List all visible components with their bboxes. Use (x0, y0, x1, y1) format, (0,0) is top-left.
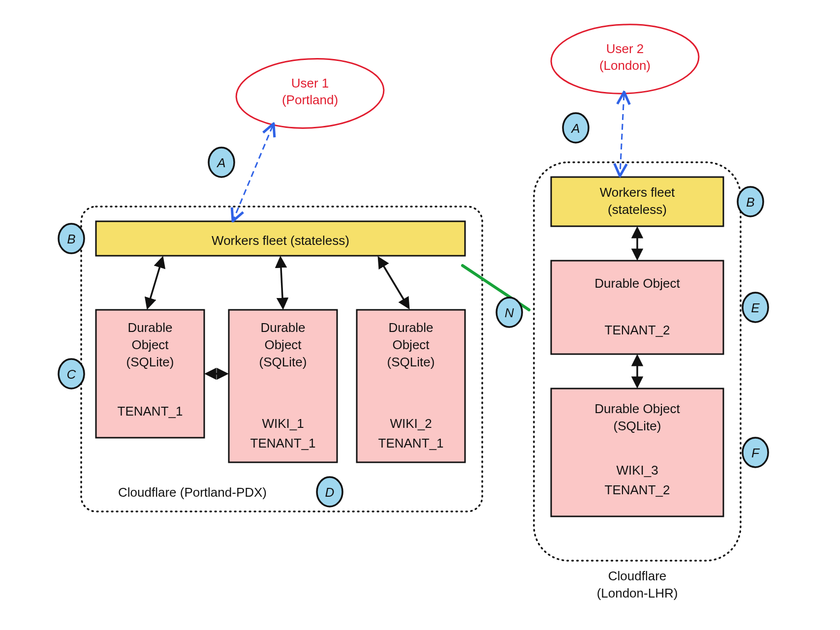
dolhr1-l2: TENANT_2 (605, 323, 670, 337)
svg-text:F: F (751, 446, 760, 460)
workers-fleet-lhr (551, 177, 723, 226)
do3-l2: Object (392, 337, 430, 352)
do1-l3: (SQLite) (126, 355, 174, 369)
do3-l4: WIKI_2 (390, 416, 432, 431)
chip-N: N (497, 298, 522, 327)
do1-l4: TENANT_1 (118, 404, 183, 419)
do2-l3: (SQLite) (259, 355, 307, 369)
svg-text:N: N (505, 305, 514, 320)
user1-line2: (Portland) (282, 92, 338, 107)
arrow-workers-do3 (379, 258, 408, 307)
do2-l2: Object (264, 337, 302, 352)
dolhr2-l2: (SQLite) (614, 419, 661, 433)
do1-l1: Durable (127, 320, 172, 335)
user2-line1: User 2 (606, 41, 644, 56)
dolhr1-l1: Durable Object (594, 276, 680, 291)
svg-text:A: A (216, 155, 225, 170)
svg-text:A: A (570, 121, 580, 136)
do2-l4: WIKI_1 (262, 416, 304, 431)
durable-object-tenant2 (551, 261, 723, 354)
user1-line1: User 1 (291, 76, 329, 90)
arrow-user1-workers (234, 126, 273, 219)
svg-text:B: B (67, 232, 75, 246)
diagram-canvas: User 1 (Portland) User 2 (London) Cloudf… (0, 0, 840, 630)
dolhr2-l4: TENANT_2 (605, 482, 670, 497)
user2-line2: (London) (599, 58, 651, 73)
chip-A-left: A (209, 148, 234, 177)
svg-text:E: E (751, 300, 760, 315)
workers-pdx-label: Workers fleet (stateless) (212, 233, 349, 248)
chip-E: E (743, 293, 768, 322)
workers-lhr-line2: (stateless) (608, 202, 667, 217)
dolhr2-l1: Durable Object (594, 401, 680, 416)
dolhr2-l3: WIKI_3 (616, 463, 658, 478)
chip-D: D (317, 477, 342, 507)
chip-B-left: B (59, 224, 84, 253)
do3-l5: TENANT_1 (378, 436, 444, 450)
svg-text:D: D (325, 485, 335, 500)
chip-A-right: A (563, 113, 589, 143)
chip-F: F (743, 438, 768, 467)
arrow-workers-do1 (148, 258, 162, 307)
do1-l2: Object (131, 337, 169, 352)
do2-l1: Durable (260, 320, 305, 335)
arrow-workers-do2 (280, 258, 283, 307)
do3-l3: (SQLite) (387, 355, 435, 369)
chip-C: C (59, 359, 84, 389)
region-lhr-caption-1: Cloudflare (608, 569, 667, 583)
chip-B-right: B (738, 187, 763, 216)
region-pdx-caption: Cloudflare (Portland-PDX) (118, 485, 267, 500)
workers-lhr-line1: Workers fleet (600, 185, 675, 200)
do2-l5: TENANT_1 (250, 436, 316, 450)
do3-l1: Durable (388, 320, 433, 335)
region-lhr-caption-2: (London-LHR) (597, 586, 678, 600)
svg-text:B: B (746, 195, 754, 210)
svg-text:C: C (67, 367, 76, 382)
